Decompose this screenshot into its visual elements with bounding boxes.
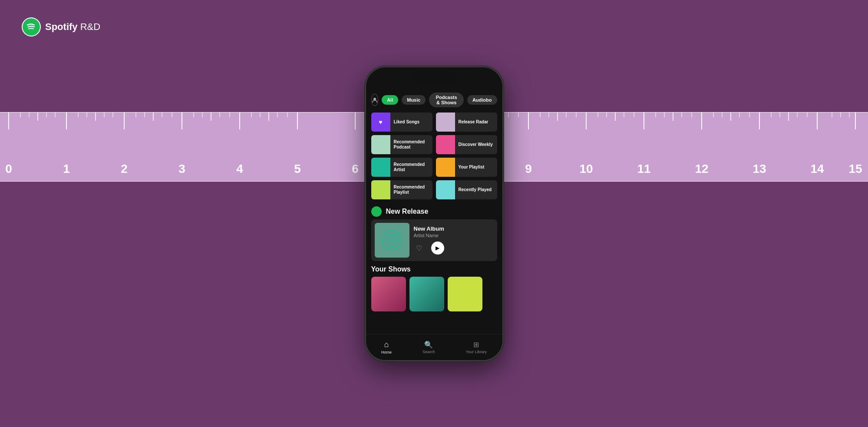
svg-point-95 — [373, 98, 376, 100]
new-release-section-header: New Release — [366, 201, 502, 219]
recently-played-label: Recently Played — [459, 187, 492, 192]
home-icon: ⌂ — [384, 340, 389, 349]
quick-item-discover-weekly[interactable]: Discover Weekly — [436, 135, 497, 154]
play-button[interactable]: ▶ — [431, 242, 444, 255]
bottom-nav: ⌂ Home 🔍 Search ⊞ Your Library — [366, 334, 502, 360]
recommended-artist-color — [371, 158, 390, 177]
brand-name: Spotify R&D — [45, 21, 100, 33]
recommended-artist-label: Recommended Artist — [394, 162, 432, 172]
user-avatar-icon[interactable] — [371, 94, 379, 106]
top-nav: All Music Podcasts & Shows Audiobo — [366, 89, 502, 111]
filter-all-button[interactable]: All — [382, 95, 398, 105]
quick-item-recently-played[interactable]: Recently Played — [436, 180, 497, 199]
filter-audiobooks-button[interactable]: Audiobo — [467, 95, 497, 105]
quick-item-release-radar[interactable]: Release Radar — [436, 113, 497, 132]
heart-icon: ♥ — [379, 119, 382, 126]
recommended-podcast-label: Recommended Podcast — [394, 139, 432, 150]
shows-row — [371, 277, 497, 311]
artist-name: Artist Name — [414, 233, 494, 238]
nav-home[interactable]: ⌂ Home — [381, 340, 392, 354]
home-label: Home — [381, 350, 392, 354]
show-card-2[interactable] — [409, 277, 444, 311]
nav-search[interactable]: 🔍 Search — [422, 341, 435, 354]
quick-item-recommended-artist[interactable]: Recommended Artist — [371, 158, 432, 177]
your-shows-title: Your Shows — [371, 265, 497, 273]
svg-point-101 — [397, 232, 399, 234]
like-button[interactable]: ♡ — [414, 243, 424, 253]
vinyl-icon — [381, 229, 403, 251]
header: Spotify R&D — [22, 17, 100, 36]
show-card-3[interactable] — [448, 277, 482, 311]
quick-access-grid: ♥ Liked Songs Release Radar Recommended … — [366, 111, 502, 201]
recommended-playlist-color — [371, 180, 390, 199]
phone-screen: All Music Podcasts & Shows Audiobo ♥ Lik… — [366, 67, 502, 360]
your-playlist-label: Your Playlist — [459, 165, 485, 170]
search-label: Search — [422, 350, 435, 354]
album-info: New Album Artist Name ♡ ▶ — [414, 225, 494, 255]
search-icon: 🔍 — [424, 341, 433, 349]
svg-point-99 — [391, 239, 393, 241]
quick-item-recommended-playlist[interactable]: Recommended Playlist — [371, 180, 432, 199]
phone-content: All Music Podcasts & Shows Audiobo ♥ Lik… — [366, 89, 502, 360]
recommended-playlist-label: Recommended Playlist — [394, 185, 432, 195]
release-radar-color — [436, 113, 455, 132]
phone-notch — [413, 72, 456, 84]
nav-library[interactable]: ⊞ Your Library — [466, 341, 487, 354]
phone-frame: All Music Podcasts & Shows Audiobo ♥ Lik… — [365, 66, 504, 361]
svg-point-1 — [23, 18, 40, 36]
quick-item-recommended-podcast[interactable]: Recommended Podcast — [371, 135, 432, 154]
your-shows-section: Your Shows — [366, 261, 502, 313]
new-release-card[interactable]: New Album Artist Name ♡ ▶ — [371, 219, 497, 261]
album-title: New Album — [414, 225, 494, 232]
discover-weekly-label: Discover Weekly — [459, 142, 493, 147]
phone-power-button — [502, 124, 504, 146]
recently-played-color — [436, 180, 455, 199]
filter-podcasts-button[interactable]: Podcasts & Shows — [429, 93, 463, 107]
liked-songs-label: Liked Songs — [394, 119, 419, 125]
discover-weekly-color — [436, 135, 455, 154]
recommended-podcast-color — [371, 135, 390, 154]
filter-music-button[interactable]: Music — [402, 95, 426, 105]
spotify-logo-icon — [22, 17, 41, 36]
new-release-title: New Release — [386, 208, 429, 215]
library-label: Your Library — [466, 350, 487, 354]
library-icon: ⊞ — [473, 341, 479, 349]
new-release-dot — [371, 206, 382, 217]
quick-item-your-playlist[interactable]: Your Playlist — [436, 158, 497, 177]
release-radar-label: Release Radar — [459, 119, 488, 125]
liked-songs-color: ♥ — [371, 113, 390, 132]
album-art — [375, 223, 409, 258]
album-actions: ♡ ▶ — [414, 242, 494, 255]
your-playlist-color — [436, 158, 455, 177]
show-card-1[interactable] — [371, 277, 406, 311]
quick-item-liked-songs[interactable]: ♥ Liked Songs — [371, 113, 432, 132]
